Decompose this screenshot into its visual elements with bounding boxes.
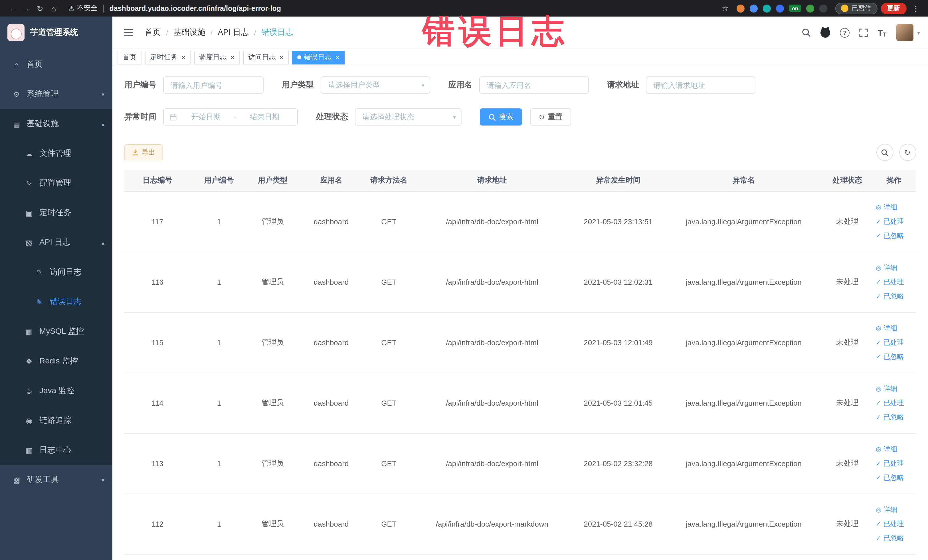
action-detail[interactable]: ◎详细 bbox=[876, 200, 897, 214]
action-ignored[interactable]: ✓已忽略 bbox=[876, 531, 904, 545]
sidebar-item-label: 配置管理 bbox=[40, 178, 71, 188]
action-ignored[interactable]: ✓已忽略 bbox=[876, 350, 904, 363]
sidebar-item-dev-tools[interactable]: ▩研发工具▾ bbox=[0, 465, 112, 495]
user-type-select[interactable]: 请选择用户类型 ▾ bbox=[321, 76, 430, 93]
action-ignored[interactable]: ✓已忽略 bbox=[876, 471, 904, 484]
close-icon[interactable]: × bbox=[230, 54, 235, 61]
extension-dark-icon[interactable] bbox=[819, 4, 827, 12]
doc-edit-icon: ✎ bbox=[34, 268, 44, 276]
browser-home-icon[interactable]: ⌂ bbox=[47, 4, 61, 13]
row-actions: ◎详细✓已处理✓已忽略 bbox=[875, 442, 913, 484]
sidebar-toggle-icon[interactable] bbox=[121, 29, 137, 37]
table-header-row: 日志编号用户编号用户类型应用名请求方法名请求地址异常发生时间异常名处理状态操作 bbox=[124, 170, 916, 191]
action-detail[interactable]: ◎详细 bbox=[876, 442, 897, 456]
font-size-icon[interactable]: TT bbox=[878, 27, 886, 37]
sidebar-item-infra[interactable]: ▤基础设施▴ bbox=[0, 109, 112, 139]
sidebar-item-home[interactable]: ⌂首页 bbox=[0, 50, 112, 79]
action-detail[interactable]: ◎详细 bbox=[876, 321, 897, 335]
extension-indigo-icon[interactable] bbox=[776, 4, 784, 12]
extension-teal-icon[interactable] bbox=[763, 4, 771, 12]
tab-job-log[interactable]: 调度日志× bbox=[194, 50, 240, 64]
reset-button-label: 重置 bbox=[548, 112, 563, 122]
request-url-input[interactable] bbox=[646, 76, 756, 93]
security-label[interactable]: 不安全 bbox=[77, 3, 98, 13]
sidebar-item-job[interactable]: ▣定时任务 bbox=[0, 198, 112, 227]
action-detail[interactable]: ◎详细 bbox=[876, 503, 897, 516]
cell-user-id: 1 bbox=[191, 312, 247, 372]
bookmark-star-icon[interactable]: ☆ bbox=[718, 4, 732, 12]
github-icon[interactable] bbox=[820, 27, 830, 37]
app-name-input[interactable] bbox=[479, 76, 589, 93]
action-processed[interactable]: ✓已处理 bbox=[876, 275, 904, 289]
sidebar-item-api-log[interactable]: ▧API 日志▴ bbox=[0, 227, 112, 257]
action-ignored[interactable]: ✓已忽略 bbox=[876, 289, 904, 303]
sidebar-item-system[interactable]: ⚙系统管理▾ bbox=[0, 79, 112, 109]
action-processed[interactable]: ✓已处理 bbox=[876, 215, 904, 228]
fullscreen-icon[interactable] bbox=[859, 28, 868, 37]
action-processed[interactable]: ✓已处理 bbox=[876, 336, 904, 349]
tab-error-log[interactable]: 错误日志× bbox=[292, 50, 345, 64]
update-button[interactable]: 更新 bbox=[881, 3, 906, 14]
sidebar-item-trace[interactable]: ◉链路追踪 bbox=[0, 406, 112, 435]
table-row: 1131管理员dashboardGET/api/infra/db-doc/exp… bbox=[124, 433, 916, 493]
reload-icon[interactable]: ↻ bbox=[33, 4, 47, 13]
extension-on-badge-icon[interactable]: on bbox=[789, 5, 801, 12]
tab-job[interactable]: 定时任务× bbox=[145, 50, 191, 64]
refresh-table-button[interactable]: ↻ bbox=[899, 144, 916, 161]
breadcrumb-item[interactable]: API 日志 bbox=[218, 27, 249, 38]
browser-menu-icon[interactable]: ⋮ bbox=[908, 4, 922, 13]
action-label: 详细 bbox=[884, 261, 897, 275]
extension-face-icon bbox=[841, 5, 849, 12]
process-status-select[interactable]: 请选择处理状态 ▾ bbox=[355, 108, 462, 125]
url-bar[interactable]: dashboard.yudao.iocoder.cn/infra/log/api… bbox=[110, 4, 281, 12]
action-ignored[interactable]: ✓已忽略 bbox=[876, 229, 904, 243]
user-type-placeholder: 请选择用户类型 bbox=[328, 80, 380, 90]
calendar-icon bbox=[169, 113, 177, 121]
sidebar-item-mysql[interactable]: ▦MySQL 监控 bbox=[0, 317, 112, 346]
search-icon[interactable] bbox=[801, 28, 811, 37]
redis-icon: ❖ bbox=[24, 357, 34, 365]
caret-down-icon[interactable]: ▾ bbox=[917, 29, 920, 36]
action-detail[interactable]: ◎详细 bbox=[876, 261, 897, 275]
sidebar-item-access-log[interactable]: ✎访问日志 bbox=[0, 257, 112, 287]
logo[interactable]: 芋道管理系统 bbox=[0, 17, 112, 49]
paused-extension-badge[interactable]: 已暂停 bbox=[835, 3, 877, 14]
tab-access-log[interactable]: 访问日志× bbox=[243, 50, 289, 64]
sidebar-item-error-log[interactable]: ✎错误日志 bbox=[0, 287, 112, 317]
action-processed[interactable]: ✓已处理 bbox=[876, 456, 904, 470]
top-navbar: 首页/基础设施/API 日志/错误日志 ? TT ▾ bbox=[112, 17, 928, 49]
back-icon[interactable]: ← bbox=[6, 4, 20, 13]
toggle-search-button[interactable] bbox=[876, 144, 893, 161]
close-icon[interactable]: × bbox=[182, 54, 185, 61]
action-ignored[interactable]: ✓已忽略 bbox=[876, 410, 904, 424]
breadcrumb-item[interactable]: 首页 bbox=[145, 27, 161, 38]
sidebar-item-java[interactable]: ☕Java 监控 bbox=[0, 376, 112, 406]
search-button[interactable]: 搜索 bbox=[480, 108, 522, 125]
cell-exception: java.lang.IllegalArgumentException bbox=[665, 191, 822, 252]
date-range-picker[interactable]: 开始日期 - 结束日期 bbox=[163, 108, 298, 125]
forward-icon[interactable]: → bbox=[20, 4, 33, 13]
user-avatar[interactable] bbox=[897, 24, 914, 41]
export-button[interactable]: 导出 bbox=[124, 144, 163, 160]
extension-green-icon[interactable] bbox=[806, 4, 814, 12]
extension-blue-icon[interactable] bbox=[750, 4, 758, 12]
action-processed[interactable]: ✓已处理 bbox=[876, 517, 904, 531]
help-icon[interactable]: ? bbox=[840, 27, 850, 37]
home-icon: ⌂ bbox=[11, 60, 22, 69]
sidebar-item-config[interactable]: ✎配置管理 bbox=[0, 168, 112, 198]
cell-app: dashboard bbox=[298, 252, 365, 312]
breadcrumb-item[interactable]: 基础设施 bbox=[174, 27, 205, 38]
sidebar-item-file[interactable]: ☁文件管理 bbox=[0, 139, 112, 168]
action-detail[interactable]: ◎详细 bbox=[876, 382, 897, 395]
cell-app: dashboard bbox=[298, 191, 365, 252]
sidebar-item-log-center[interactable]: ▥日志中心 bbox=[0, 435, 112, 465]
tab-home[interactable]: 首页 bbox=[118, 50, 142, 64]
close-icon[interactable]: × bbox=[336, 54, 339, 61]
user-id-input[interactable] bbox=[163, 76, 264, 93]
extension-orange-icon[interactable] bbox=[737, 4, 745, 12]
action-processed[interactable]: ✓已处理 bbox=[876, 396, 904, 410]
close-icon[interactable]: × bbox=[279, 54, 284, 61]
reset-button[interactable]: ↻ 重置 bbox=[530, 108, 571, 125]
action-label: 已忽略 bbox=[883, 289, 904, 303]
sidebar-item-redis[interactable]: ❖Redis 监控 bbox=[0, 346, 112, 376]
